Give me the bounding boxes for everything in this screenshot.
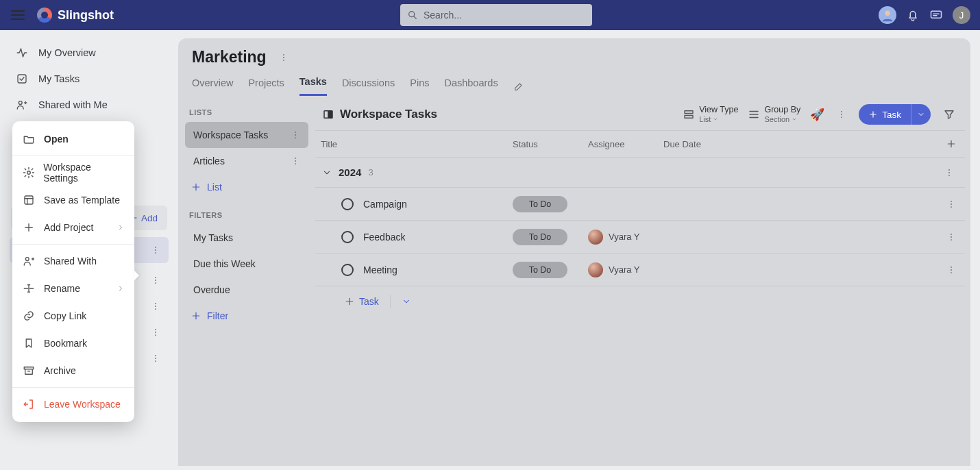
- svg-point-39: [841, 116, 842, 118]
- brand-logo-icon: [37, 8, 52, 23]
- filter-icon[interactable]: [940, 106, 958, 123]
- task-more-icon[interactable]: [938, 232, 965, 242]
- ctx-open[interactable]: Open: [12, 125, 134, 153]
- col-assignee[interactable]: Assignee: [588, 139, 663, 149]
- tab-discussions[interactable]: Discussions: [342, 77, 395, 95]
- filter-item-mytasks[interactable]: My Tasks: [185, 225, 308, 251]
- ctx-shared-with[interactable]: Shared With: [12, 247, 134, 275]
- tab-pins[interactable]: Pins: [410, 77, 429, 95]
- task-complete-radio[interactable]: [341, 264, 354, 276]
- add-filter[interactable]: Filter: [185, 303, 308, 329]
- assignee-cell[interactable]: Vyara Y: [588, 230, 663, 245]
- workspace-context-menu: Open Workspace Settings Save as Template…: [12, 121, 134, 422]
- task-title: Meeting: [363, 264, 397, 275]
- status-chip[interactable]: To Do: [513, 262, 567, 278]
- person-share-icon: [15, 99, 29, 111]
- add-column-button[interactable]: [938, 138, 965, 149]
- ctx-leave-workspace[interactable]: Leave Workspace: [12, 391, 134, 418]
- task-row[interactable]: Campaign To Do: [315, 188, 965, 221]
- col-status[interactable]: Status: [513, 139, 588, 149]
- filter-item-due-week[interactable]: Due this Week: [185, 251, 308, 277]
- tab-overview[interactable]: Overview: [192, 77, 233, 95]
- task-complete-radio[interactable]: [341, 198, 354, 210]
- ctx-label: Shared With: [44, 256, 97, 267]
- bell-icon[interactable]: [906, 8, 920, 22]
- sidebar-item-overview[interactable]: My Overview: [0, 40, 178, 66]
- link-icon: [22, 310, 36, 322]
- ctx-rename[interactable]: Rename: [12, 275, 134, 302]
- tab-projects[interactable]: Projects: [248, 77, 284, 95]
- task-more-icon[interactable]: [938, 199, 965, 209]
- svg-point-37: [841, 111, 842, 112]
- ctx-label: Workspace Settings: [43, 162, 125, 184]
- add-list[interactable]: List: [185, 174, 308, 200]
- add-task-dropdown[interactable]: [402, 297, 411, 306]
- svg-point-20: [27, 171, 30, 175]
- add-task-inline[interactable]: Task: [344, 296, 379, 307]
- list-item-articles[interactable]: Articles: [185, 148, 308, 174]
- list-view-icon: [683, 108, 695, 121]
- tab-dashboards[interactable]: Dashboards: [444, 77, 498, 95]
- task-row[interactable]: Feedback To Do Vyara Y: [315, 221, 965, 253]
- chevron-down-icon[interactable]: [322, 168, 332, 177]
- sidebar-item-shared[interactable]: Shared with Me: [0, 92, 178, 118]
- search-input[interactable]: Search...: [400, 4, 592, 26]
- more-icon[interactable]: [288, 153, 303, 169]
- group-more-icon[interactable]: [942, 165, 957, 180]
- ctx-workspace-settings[interactable]: Workspace Settings: [12, 159, 134, 186]
- plus-icon: [344, 296, 355, 307]
- tab-tasks[interactable]: Tasks: [299, 76, 327, 96]
- ctx-archive[interactable]: Archive: [12, 357, 134, 384]
- view-type-dropdown[interactable]: View Type List: [683, 106, 738, 123]
- edit-tabs-icon[interactable]: [513, 81, 524, 92]
- svg-point-28: [295, 134, 296, 136]
- chat-icon[interactable]: [929, 8, 943, 22]
- more-icon[interactable]: [148, 325, 163, 340]
- status-chip[interactable]: To Do: [513, 196, 567, 212]
- status-chip[interactable]: To Do: [513, 229, 567, 245]
- filter-item-overdue[interactable]: Overdue: [185, 277, 308, 303]
- ctx-bookmark[interactable]: Bookmark: [12, 330, 134, 357]
- svg-point-50: [951, 269, 952, 271]
- svg-point-40: [948, 169, 950, 170]
- list-item-workspace-tasks[interactable]: Workspace Tasks: [185, 122, 308, 148]
- group-label: 2024: [339, 166, 361, 178]
- ctx-save-template[interactable]: Save as Template: [12, 186, 134, 214]
- task-complete-radio[interactable]: [341, 231, 354, 243]
- profile-avatar[interactable]: [879, 6, 896, 24]
- svg-point-30: [295, 158, 296, 159]
- svg-point-19: [155, 360, 156, 362]
- svg-point-1: [885, 11, 890, 16]
- ctx-label: Copy Link: [44, 310, 86, 321]
- list-item-label: Workspace Tasks: [193, 129, 268, 140]
- group-row-2024[interactable]: 2024 3: [315, 158, 965, 188]
- svg-point-0: [409, 12, 415, 17]
- filter-item-label: Due this Week: [193, 258, 256, 269]
- more-icon[interactable]: [148, 273, 163, 288]
- col-title[interactable]: Title: [321, 139, 513, 149]
- task-more-icon[interactable]: [938, 265, 965, 275]
- group-by-dropdown[interactable]: Group By Section: [748, 106, 800, 123]
- user-avatar[interactable]: J: [953, 6, 970, 24]
- svg-point-24: [283, 53, 284, 55]
- more-icon[interactable]: [148, 299, 163, 314]
- assignee-avatar: [588, 230, 603, 245]
- more-icon[interactable]: [148, 243, 163, 258]
- assignee-cell[interactable]: Vyara Y: [588, 262, 663, 277]
- task-row[interactable]: Meeting To Do Vyara Y: [315, 253, 965, 286]
- hamburger-menu[interactable]: [10, 7, 26, 23]
- new-task-button-main[interactable]: Task: [859, 110, 911, 120]
- rocket-icon[interactable]: 🚀: [810, 108, 824, 122]
- svg-rect-23: [24, 367, 34, 369]
- ctx-copy-link[interactable]: Copy Link: [12, 302, 134, 330]
- svg-point-41: [948, 172, 950, 173]
- new-task-button-dropdown[interactable]: [911, 104, 931, 125]
- svg-point-26: [283, 60, 284, 61]
- page-more-icon[interactable]: [276, 50, 291, 65]
- more-icon[interactable]: [288, 127, 303, 143]
- tasks-more-icon[interactable]: [834, 107, 849, 122]
- sidebar-item-mytasks[interactable]: My Tasks: [0, 66, 178, 92]
- col-duedate[interactable]: Due Date: [663, 139, 752, 149]
- more-icon[interactable]: [148, 351, 163, 366]
- ctx-add-project[interactable]: Add Project: [12, 214, 134, 241]
